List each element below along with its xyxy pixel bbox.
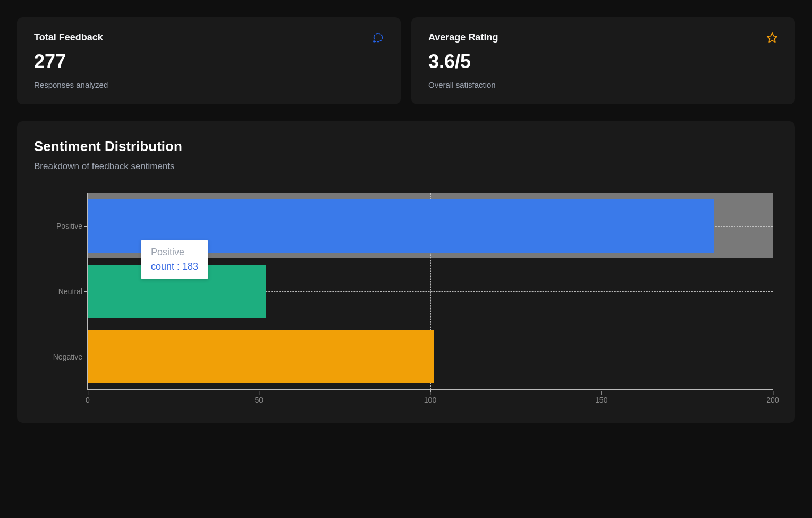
x-tick-label: 150: [595, 396, 607, 404]
x-tick-label: 100: [424, 396, 436, 404]
average-rating-sub: Overall satisfaction: [428, 80, 778, 89]
x-tick-label: 0: [86, 396, 90, 404]
tooltip-label: Positive: [151, 247, 198, 258]
total-feedback-sub: Responses analyzed: [34, 80, 384, 89]
gridline-v: [773, 193, 773, 389]
y-tick-label: Negative: [53, 353, 82, 361]
average-rating-card: Average Rating 3.6/5 Overall satisfactio…: [411, 17, 795, 104]
total-feedback-title: Total Feedback: [34, 32, 103, 43]
star-icon: [766, 32, 778, 44]
tooltip-value: count : 183: [151, 261, 198, 272]
tooltip-value-prefix: count :: [151, 261, 182, 272]
tooltip-value-number: 183: [182, 261, 198, 272]
y-tick-label: Positive: [56, 222, 82, 230]
average-rating-title: Average Rating: [428, 32, 498, 43]
panel-title: Sentiment Distribution: [34, 138, 778, 155]
panel-subtitle: Breakdown of feedback sentiments: [34, 161, 778, 172]
message-circle-icon: [372, 32, 384, 44]
average-rating-value: 3.6/5: [428, 51, 778, 73]
svg-marker-0: [767, 33, 777, 42]
total-feedback-card: Total Feedback 277 Responses analyzed: [17, 17, 401, 104]
chart-plot: Positive Neutral Negative 0 50 100 150 2…: [87, 193, 773, 390]
stat-cards-row: Total Feedback 277 Responses analyzed Av…: [17, 17, 795, 104]
bar-negative[interactable]: [88, 330, 434, 383]
chart-tooltip: Positive count : 183: [141, 240, 208, 279]
chart-area[interactable]: Positive Neutral Negative 0 50 100 150 2…: [87, 193, 773, 406]
x-tick-label: 200: [766, 396, 779, 404]
sentiment-distribution-panel: Sentiment Distribution Breakdown of feed…: [17, 121, 795, 423]
y-tick-label: Neutral: [58, 287, 82, 296]
x-tick-label: 50: [255, 396, 263, 404]
total-feedback-value: 277: [34, 51, 384, 73]
